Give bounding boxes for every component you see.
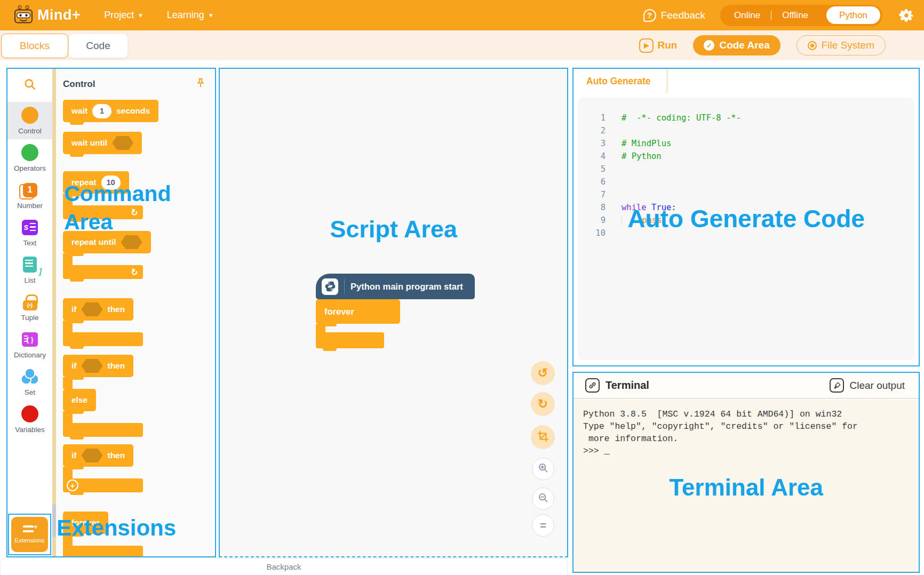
palette-block-if[interactable]: ifthen [63,298,215,346]
zoom-out-button[interactable] [532,488,554,510]
code-line: 9 pass [578,214,914,227]
settings-gear-icon[interactable] [897,6,915,25]
script-area-overlay-label: Script Area [220,214,567,245]
play-icon: ▶ [639,38,654,53]
undo-icon: ↺ [538,367,548,379]
clear-output-button[interactable]: Clear output [830,378,905,393]
boolean-input[interactable] [112,136,133,150]
run-button[interactable]: ▶ Run [639,38,677,53]
toolbar-right-cluster: ▶ Run ✓ Code Area File System [639,30,886,60]
code-line: 4# Python [578,150,914,163]
file-system-button[interactable]: File System [796,35,886,55]
text-icon: s [7,218,52,236]
sidebar-item-control[interactable]: Control [7,102,52,139]
variables-circle-icon [7,405,52,423]
boolean-input[interactable] [81,449,102,462]
offline-button[interactable]: Offline [771,10,819,21]
palette-scrollbar-thumb[interactable] [52,504,56,537]
search-button[interactable] [7,69,52,102]
sidebar-item-tuple[interactable]: (•)Tuple [7,289,52,326]
extensions-highlight-box: + Extensions [8,514,51,555]
feedback-button[interactable]: ? Feedback [643,9,705,22]
sidebar-item-list[interactable]: List [7,251,52,289]
auto-generate-code-panel: Auto Generate 1# -*- coding: UTF-8 -*-23… [572,68,920,366]
palette-block-if[interactable]: ifthen+ [63,444,215,492]
online-button[interactable]: Online [723,10,771,21]
undo-button[interactable]: ↺ [531,361,555,385]
python-logo-icon [322,278,338,295]
check-icon: ✓ [704,40,714,51]
palette-block-if[interactable]: ifthenelse [63,355,215,437]
editor-mode-tabs: Blocks Code [1,34,128,58]
list-clipboard-icon [7,255,52,274]
code-line: 2 [578,124,914,137]
boolean-input[interactable] [81,359,102,373]
boolean-input[interactable] [121,235,142,249]
terminal-title: Terminal [606,379,649,392]
link-icon [585,378,600,393]
redo-icon: ↻ [538,398,548,410]
zoom-reset-button[interactable]: = [532,514,554,537]
screenshot-crop-button[interactable] [531,425,555,449]
sidebar-item-set[interactable]: Set [7,363,52,401]
number-icon: 1 [7,181,52,199]
tab-blocks[interactable]: Blocks [1,34,68,58]
tab-code[interactable]: Code [68,34,128,58]
mindplus-logo[interactable]: Mind+ [13,5,81,26]
zoom-in-button[interactable] [532,458,554,480]
loop-arrow-icon: ↻ [129,206,139,218]
palette-category-title: Control [63,79,95,90]
robot-logo-icon [13,5,34,26]
chevron-down-icon: ▾ [139,12,142,19]
clear-brush-icon [830,378,844,393]
search-icon [23,77,37,93]
terminal-output[interactable]: Python 3.8.5 [MSC v.1924 64 bit AMD64)] … [573,400,919,572]
menu-project[interactable]: Project ▾ [104,10,142,21]
code-editor[interactable]: 1# -*- coding: UTF-8 -*-23# MindPlus4# P… [578,98,914,360]
code-line: 6 [578,175,914,188]
python-mode-button[interactable]: Python [826,6,880,24]
question-bubble-icon: ? [643,9,656,22]
extensions-button[interactable]: + Extensions [11,517,48,552]
zoom-reset-icon: = [540,520,546,532]
zoom-out-icon [537,492,549,506]
palette-block-repeat-until[interactable]: repeat until↻ [63,231,215,279]
number-input[interactable]: 10 [101,175,121,190]
sidebar-item-dictionary[interactable]: { }Dictionary [7,326,52,363]
number-input[interactable]: 1 [92,104,111,118]
pin-icon[interactable] [195,77,206,91]
hat-divider [344,279,345,294]
terminal-line: Type "help", "copyright", "credits" or "… [583,420,909,433]
palette-block-repeat[interactable]: repeat10↻ [63,171,215,219]
script-area-panel[interactable]: Script Area Python main program start fo… [219,68,568,557]
category-sidebar: ControlOperators1NumbersTextList(•)Tuple… [7,69,52,556]
boolean-input[interactable] [81,302,102,316]
menu-learning[interactable]: Learning ▾ [167,10,213,21]
brand-name: Mind+ [37,7,81,23]
sidebar-item-number[interactable]: 1Number [7,177,52,214]
code-area-button[interactable]: ✓ Code Area [693,35,780,55]
loop-arrow-icon: ↻ [129,266,139,278]
zoom-in-icon [537,462,549,476]
sidebar-item-text[interactable]: sText [7,214,52,251]
add-else-icon[interactable]: + [67,480,78,491]
palette-header: Control [52,69,215,93]
code-line: 8while True: [578,201,914,214]
palette-block-wait-until[interactable]: wait until [63,132,215,154]
backpack-bar[interactable]: Backpack [0,558,568,575]
sidebar-item-operators[interactable]: Operators [7,139,52,177]
workspace-toolbar: Blocks Code ▶ Run ✓ Code Area File Syste… [0,30,924,60]
topbar-right-cluster: ? Feedback Online Offline Python [643,5,915,26]
palette-block-wait[interactable]: wait1seconds [63,100,215,122]
forever-block[interactable]: forever [316,299,400,348]
redo-button[interactable]: ↻ [531,392,555,416]
palette-scrollbar-track[interactable] [52,69,56,556]
palette-block-forever[interactable]: forever [63,512,215,556]
code-line: 5 [578,163,914,175]
python-main-program-start-block[interactable]: Python main program start [316,274,475,299]
tab-auto-generate[interactable]: Auto Generate [573,69,667,93]
extensions-blocks-icon: + [23,525,37,534]
code-line: 10 [578,227,914,239]
code-line: 3# MindPlus [578,137,914,150]
sidebar-item-variables[interactable]: Variables [7,401,52,438]
